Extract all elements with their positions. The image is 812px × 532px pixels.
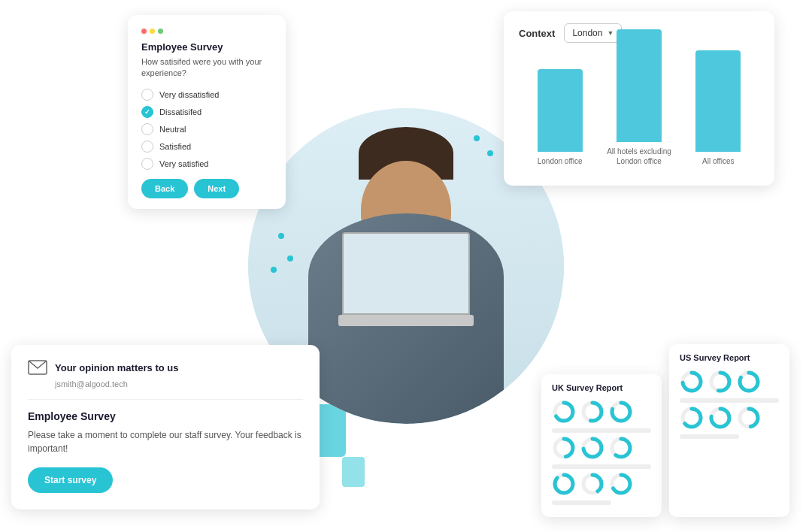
donut-chart-3c <box>609 472 633 496</box>
radio-very-dissatisfied[interactable] <box>141 89 153 101</box>
email-body-text: Please take a moment to complete our sta… <box>28 428 303 455</box>
us-donut-1c <box>737 370 761 394</box>
line-3 <box>552 500 611 505</box>
radio-satisfied[interactable] <box>141 141 153 153</box>
line-2 <box>552 464 651 469</box>
option-very-satisfied[interactable]: Very satisfied <box>141 158 272 170</box>
bar-label-london: London office <box>538 156 583 166</box>
svg-point-14 <box>555 475 573 493</box>
bar-all-offices <box>695 50 741 152</box>
survey-card-title: Employee Survey <box>141 41 272 53</box>
survey-card-subtitle: How satisifed were you with your experie… <box>141 56 272 80</box>
context-title: Context <box>519 28 555 39</box>
dot-4 <box>474 135 480 141</box>
us-donut-2b <box>708 406 732 430</box>
us-donut-1a <box>680 370 704 394</box>
decorative-teal-2 <box>342 457 365 487</box>
us-donut-row-2 <box>680 406 779 430</box>
bar-label-all-offices: All offices <box>702 156 735 166</box>
close-dot <box>141 29 147 34</box>
donut-chart-2a <box>552 436 576 460</box>
option-label: Satisfied <box>159 142 191 151</box>
donut-chart-1b <box>580 400 604 424</box>
option-label: Very satisfied <box>159 159 208 168</box>
option-dissatisfied[interactable]: Dissatisifed <box>141 106 272 118</box>
start-survey-button[interactable]: Start survey <box>28 467 113 493</box>
us-donut-2c <box>737 406 761 430</box>
option-neutral[interactable]: Neutral <box>141 123 272 135</box>
survey-card-buttons: Back Next <box>141 179 272 198</box>
option-satisfied[interactable]: Satisfied <box>141 141 272 153</box>
uk-survey-report-card: UK Survey Report <box>541 374 662 517</box>
bar-column-2: All hotels excluding London office <box>605 29 672 166</box>
reports-area: UK Survey Report <box>541 374 789 517</box>
option-label: Dissatisifed <box>159 107 201 116</box>
radio-neutral[interactable] <box>141 123 153 135</box>
us-line-1 <box>680 398 779 403</box>
donut-row-1 <box>552 400 651 424</box>
donut-chart-2b <box>580 436 604 460</box>
divider <box>28 399 303 400</box>
email-survey-title: Employee Survey <box>28 410 303 422</box>
donut-chart-1a <box>552 400 576 424</box>
back-button[interactable]: Back <box>141 179 188 198</box>
line-1 <box>552 428 651 433</box>
donut-chart-1c <box>609 400 633 424</box>
donut-chart-3b <box>580 472 604 496</box>
uk-report-title: UK Survey Report <box>552 383 651 392</box>
email-survey-card: Your opinion matters to us jsmith@algood… <box>11 345 320 509</box>
email-header-text: Your opinion matters to us <box>55 362 178 373</box>
bar-london <box>538 69 583 152</box>
option-very-dissatisfied[interactable]: Very dissatisfied <box>141 89 272 101</box>
minimize-dot <box>150 29 155 34</box>
email-header-row: Your opinion matters to us <box>28 360 303 375</box>
dot-2 <box>287 255 293 261</box>
bar-all-hotels <box>617 29 662 142</box>
us-survey-report-card: US Survey Report <box>669 344 789 517</box>
dot-1 <box>278 233 284 239</box>
bar-column-3: All offices <box>685 50 752 166</box>
donut-row-3 <box>552 472 651 496</box>
us-line-2 <box>680 434 739 439</box>
dot-3 <box>271 267 277 273</box>
us-report-title: US Survey Report <box>680 353 779 362</box>
context-chart-card: Context London ▼ London office All hotel… <box>504 11 774 186</box>
us-donut-row-1 <box>680 370 779 394</box>
email-address: jsmith@algood.tech <box>55 379 303 388</box>
bar-label-all-hotels: All hotels excluding London office <box>605 147 672 166</box>
bar-chart: London office All hotels excluding Londo… <box>519 53 759 166</box>
bar-column-1: London office <box>526 69 593 166</box>
laptop <box>338 315 474 326</box>
us-donut-2a <box>680 406 704 430</box>
dot-5 <box>487 150 493 156</box>
email-icon <box>28 360 47 375</box>
donut-chart-2c <box>609 436 633 460</box>
next-button[interactable]: Next <box>194 179 239 198</box>
expand-dot <box>158 29 163 34</box>
option-label: Very dissatisfied <box>159 90 219 99</box>
window-controls <box>141 29 272 34</box>
us-donut-1b <box>708 370 732 394</box>
dropdown-value: London <box>572 28 602 38</box>
donut-row-2 <box>552 436 651 460</box>
radio-very-satisfied[interactable] <box>141 158 153 170</box>
donut-chart-3a <box>552 472 576 496</box>
survey-question-card: Employee Survey How satisifed were you w… <box>128 15 286 209</box>
radio-dissatisfied-checked[interactable] <box>141 106 153 118</box>
option-label: Neutral <box>159 125 186 134</box>
